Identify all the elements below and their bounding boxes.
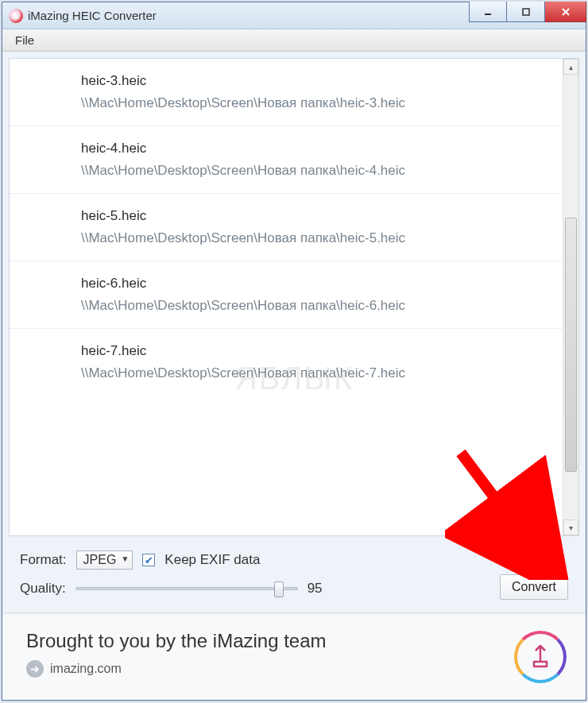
client-area: heic-3.heic\\Mac\Home\Desktop\Screen\Нов… bbox=[2, 52, 586, 612]
file-row[interactable]: heic-7.heic\\Mac\Home\Desktop\Screen\Нов… bbox=[10, 329, 563, 396]
close-button[interactable] bbox=[545, 2, 586, 22]
file-name: heic-6.heic bbox=[81, 276, 547, 292]
quality-label: Quality: bbox=[20, 581, 66, 597]
file-name: heic-3.heic bbox=[81, 73, 547, 89]
file-name: heic-5.heic bbox=[81, 208, 547, 224]
file-row[interactable]: heic-3.heic\\Mac\Home\Desktop\Screen\Нов… bbox=[10, 59, 563, 126]
file-row[interactable]: heic-5.heic\\Mac\Home\Desktop\Screen\Нов… bbox=[10, 194, 563, 261]
arrow-right-icon: ➜ bbox=[26, 660, 44, 678]
footer-headline: Brought to you by the iMazing team bbox=[26, 630, 327, 652]
quality-slider[interactable] bbox=[75, 587, 298, 590]
scroll-up-icon[interactable]: ▴ bbox=[563, 59, 578, 75]
footer: Brought to you by the iMazing team ➜ ima… bbox=[2, 612, 586, 700]
slider-thumb[interactable] bbox=[274, 581, 284, 597]
settings-panel: Format: JPEG ✔ Keep EXIF data Quality: 9… bbox=[9, 536, 579, 612]
file-list-pane: heic-3.heic\\Mac\Home\Desktop\Screen\Нов… bbox=[9, 58, 579, 536]
file-path: \\Mac\Home\Desktop\Screen\Новая папка\he… bbox=[81, 230, 547, 246]
file-name: heic-7.heic bbox=[81, 343, 547, 359]
format-select[interactable]: JPEG bbox=[76, 550, 133, 570]
file-path: \\Mac\Home\Desktop\Screen\Новая папка\he… bbox=[81, 95, 547, 111]
window-title: iMazing HEIC Converter bbox=[28, 9, 469, 22]
minimize-button[interactable] bbox=[469, 2, 507, 22]
app-icon: ◉ bbox=[9, 9, 23, 23]
file-path: \\Mac\Home\Desktop\Screen\Новая папка\he… bbox=[81, 298, 547, 314]
app-window: ◉ iMazing HEIC Converter File heic-3.hei… bbox=[2, 2, 586, 701]
format-label: Format: bbox=[20, 552, 67, 568]
menu-bar: File bbox=[2, 29, 586, 52]
scroll-thumb[interactable] bbox=[565, 218, 577, 472]
scrollbar-vertical[interactable]: ▴ ▾ bbox=[563, 59, 578, 535]
scroll-down-icon[interactable]: ▾ bbox=[563, 520, 578, 535]
file-list: heic-3.heic\\Mac\Home\Desktop\Screen\Нов… bbox=[10, 59, 563, 535]
quality-value: 95 bbox=[308, 581, 323, 597]
footer-link[interactable]: ➜ imazing.com bbox=[26, 660, 327, 678]
convert-button[interactable]: Convert bbox=[500, 574, 568, 600]
window-controls bbox=[469, 2, 586, 29]
file-path: \\Mac\Home\Desktop\Screen\Новая папка\he… bbox=[81, 365, 547, 381]
file-row[interactable]: heic-6.heic\\Mac\Home\Desktop\Screen\Нов… bbox=[10, 261, 563, 329]
keep-exif-label: Keep EXIF data bbox=[164, 552, 260, 568]
file-path: \\Mac\Home\Desktop\Screen\Новая папка\he… bbox=[81, 163, 547, 179]
footer-link-text: imazing.com bbox=[50, 662, 122, 676]
svg-rect-1 bbox=[523, 9, 529, 15]
file-name: heic-4.heic bbox=[81, 141, 547, 156]
keep-exif-checkbox[interactable]: ✔ bbox=[142, 554, 155, 566]
menu-file[interactable]: File bbox=[10, 32, 39, 48]
file-row[interactable]: heic-4.heic\\Mac\Home\Desktop\Screen\Нов… bbox=[10, 126, 563, 194]
maximize-button[interactable] bbox=[507, 2, 545, 22]
title-bar: ◉ iMazing HEIC Converter bbox=[2, 2, 586, 29]
imazing-logo-icon bbox=[514, 631, 567, 683]
